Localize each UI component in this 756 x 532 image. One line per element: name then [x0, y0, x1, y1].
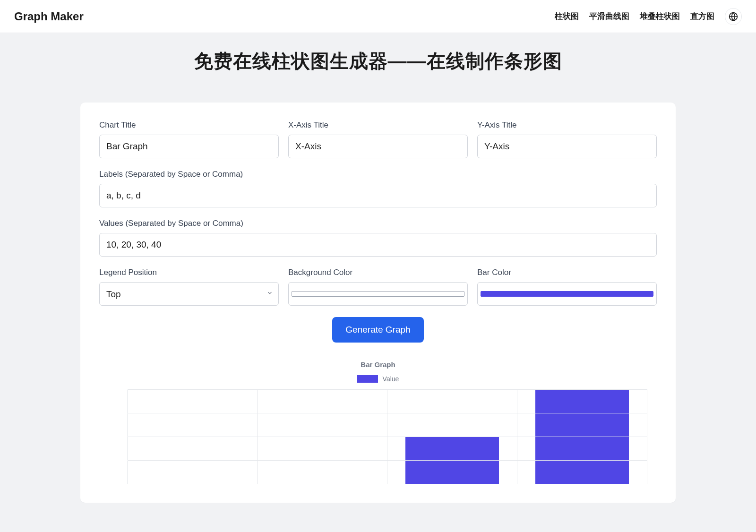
gridline — [128, 437, 647, 437]
chart-title-label: Chart Title — [99, 120, 279, 130]
nav-stacked-bar-chart[interactable]: 堆叠柱状图 — [640, 11, 680, 22]
gridline — [128, 413, 647, 413]
bar-color-input[interactable] — [477, 282, 657, 306]
chart-preview: Bar Graph Value 40353025 — [99, 356, 657, 484]
values-input[interactable] — [99, 233, 657, 257]
labels-label: Labels (Separated by Space or Comma) — [99, 170, 657, 179]
chart-title: Bar Graph — [99, 360, 657, 369]
form-card: Chart Title X-Axis Title Y-Axis Title La… — [80, 103, 676, 503]
nav-spline-chart[interactable]: 平滑曲线图 — [589, 11, 629, 22]
generate-graph-button[interactable]: Generate Graph — [332, 317, 423, 343]
chart-plot: 40353025 — [128, 389, 647, 484]
background-color-label: Background Color — [288, 268, 468, 277]
labels-input[interactable] — [99, 184, 657, 207]
globe-icon — [729, 12, 738, 21]
background-color-swatch — [292, 291, 464, 297]
legend-label: Value — [383, 375, 399, 383]
x-axis-title-input[interactable] — [288, 135, 468, 158]
gridline — [128, 389, 647, 390]
gridline — [128, 460, 647, 461]
nav-bar-chart[interactable]: 柱状图 — [555, 11, 579, 22]
language-button[interactable] — [725, 8, 742, 25]
nav-histogram[interactable]: 直方图 — [690, 11, 714, 22]
bar-color-label: Bar Color — [477, 268, 657, 277]
top-nav: 柱状图 平滑曲线图 堆叠柱状图 直方图 — [555, 8, 742, 25]
bar-color-swatch — [481, 291, 653, 297]
chart-legend[interactable]: Value — [99, 375, 657, 383]
brand[interactable]: Graph Maker — [14, 10, 84, 23]
values-label: Values (Separated by Space or Comma) — [99, 219, 657, 228]
header: Graph Maker 柱状图 平滑曲线图 堆叠柱状图 直方图 — [0, 0, 756, 33]
page-title: 免费在线柱状图生成器——在线制作条形图 — [0, 48, 756, 74]
legend-position-select[interactable]: Top — [99, 282, 279, 306]
legend-position-label: Legend Position — [99, 268, 279, 277]
legend-color-box — [357, 375, 378, 383]
background-color-input[interactable] — [288, 282, 468, 306]
y-axis-title-label: Y-Axis Title — [477, 120, 657, 130]
chart-title-input[interactable] — [99, 135, 279, 158]
y-axis-title-input[interactable] — [477, 135, 657, 158]
x-axis-title-label: X-Axis Title — [288, 120, 468, 130]
